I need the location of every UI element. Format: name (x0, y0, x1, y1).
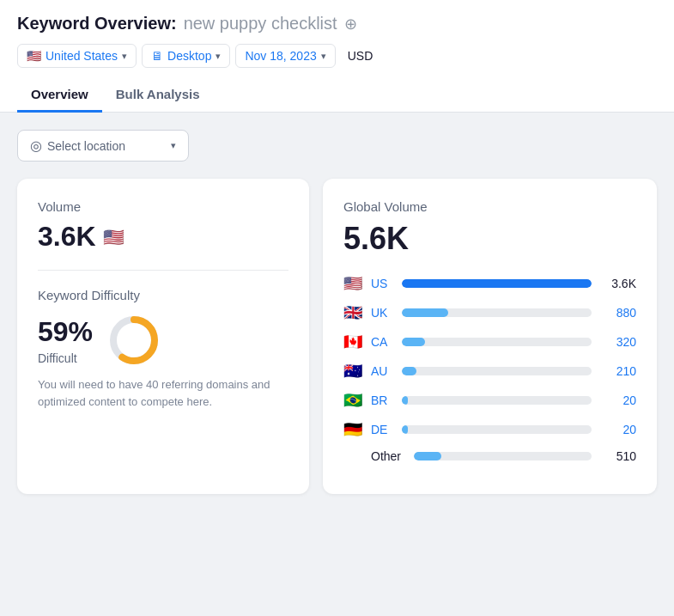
country-value: 510 (600, 449, 636, 463)
location-select-label: Select location (47, 139, 125, 153)
bar-fill (402, 279, 592, 288)
location-select-chevron-icon: ▾ (171, 140, 176, 151)
bar-track (402, 308, 592, 317)
country-rows: 🇺🇸 US 3.6K 🇬🇧 UK 880 🇨🇦 CA 320 🇦🇺 AU 210… (343, 274, 636, 463)
country-row: 🇬🇧 UK 880 (343, 303, 636, 322)
country-value: 210 (600, 364, 636, 378)
global-volume-value: 5.6K (343, 221, 636, 257)
difficulty-description: You will need to have 40 referring domai… (38, 376, 288, 410)
difficulty-donut-chart (106, 313, 161, 368)
country-row: 🇨🇦 CA 320 (343, 332, 636, 351)
location-filter-label: United States (46, 49, 118, 63)
difficulty-main-row: 59% Difficult (38, 313, 288, 368)
difficulty-label: Keyword Difficulty (38, 288, 288, 302)
date-filter-btn[interactable]: Nov 18, 2023 ▾ (235, 44, 335, 68)
device-filter-btn[interactable]: 🖥 Desktop ▾ (142, 44, 230, 68)
keyword-difficulty-section: Keyword Difficulty 59% Difficult You wil… (38, 288, 288, 410)
bar-fill (402, 367, 416, 375)
bar-fill (414, 452, 441, 460)
volume-value-row: 3.6K 🇺🇸 (38, 221, 288, 253)
device-filter-label: Desktop (167, 49, 211, 63)
country-row: 🇩🇪 DE 20 (343, 420, 636, 439)
country-row: Other 510 (343, 449, 636, 463)
country-row: 🇦🇺 AU 210 (343, 362, 636, 381)
bar-track (414, 452, 592, 460)
card-divider (38, 270, 288, 271)
page-title-label: Keyword Overview: (17, 14, 177, 34)
location-flag-icon: 🇺🇸 (27, 49, 41, 63)
country-value: 3.6K (600, 277, 636, 290)
bar-fill (402, 308, 448, 317)
cards-row: Volume 3.6K 🇺🇸 Keyword Difficulty 59% Di… (17, 179, 657, 494)
country-code: Other (371, 449, 405, 463)
bar-track (402, 279, 592, 288)
country-flag-icon: 🇩🇪 (343, 420, 362, 439)
tabs-row: Overview Bulk Analysis (17, 78, 657, 112)
country-code: BR (371, 393, 393, 407)
device-chevron-icon: ▾ (216, 51, 221, 62)
difficulty-tag: Difficult (38, 351, 93, 365)
date-filter-label: Nov 18, 2023 (245, 49, 316, 63)
bar-track (402, 338, 592, 346)
location-chevron-icon: ▾ (122, 51, 127, 62)
country-code: DE (371, 423, 393, 436)
country-flag-icon: 🇦🇺 (343, 362, 362, 381)
country-row: 🇧🇷 BR 20 (343, 391, 636, 410)
title-row: Keyword Overview: new puppy checklist ⊕ (17, 14, 657, 34)
country-flag-icon: 🇬🇧 (343, 303, 362, 322)
bar-fill (402, 396, 408, 405)
country-code: UK (371, 306, 393, 320)
add-keyword-icon[interactable]: ⊕ (344, 15, 357, 34)
country-code: US (371, 277, 393, 290)
location-select-btn[interactable]: ◎ Select location ▾ (17, 130, 189, 162)
volume-label: Volume (38, 199, 288, 214)
bar-track (402, 396, 592, 405)
global-volume-label: Global Volume (343, 199, 636, 214)
tab-overview[interactable]: Overview (17, 78, 102, 113)
difficulty-percent-block: 59% Difficult (38, 316, 93, 365)
currency-label: USD (341, 49, 380, 63)
date-chevron-icon: ▾ (321, 51, 326, 62)
tab-bulk-analysis[interactable]: Bulk Analysis (102, 78, 214, 113)
country-code: CA (371, 335, 393, 349)
country-flag-icon: 🇨🇦 (343, 332, 362, 351)
volume-flag-icon: 🇺🇸 (103, 227, 124, 247)
country-code: AU (371, 364, 393, 378)
device-icon: 🖥 (151, 49, 163, 63)
country-flag-icon: 🇧🇷 (343, 391, 362, 410)
volume-number: 3.6K (38, 221, 96, 253)
bar-track (402, 367, 592, 375)
content-area: ◎ Select location ▾ Volume 3.6K 🇺🇸 Keywo… (0, 113, 674, 511)
global-volume-card: Global Volume 5.6K 🇺🇸 US 3.6K 🇬🇧 UK 880 … (323, 179, 657, 494)
country-row: 🇺🇸 US 3.6K (343, 274, 636, 293)
country-value: 320 (600, 335, 636, 349)
bar-fill (402, 338, 425, 346)
bar-fill (402, 425, 408, 434)
location-pin-icon: ◎ (30, 137, 42, 154)
country-value: 880 (600, 306, 636, 320)
header: Keyword Overview: new puppy checklist ⊕ … (0, 0, 674, 113)
difficulty-percent: 59% (38, 316, 93, 348)
country-value: 20 (600, 393, 636, 407)
volume-difficulty-card: Volume 3.6K 🇺🇸 Keyword Difficulty 59% Di… (17, 179, 309, 494)
bar-track (402, 425, 592, 434)
country-flag-icon: 🇺🇸 (343, 274, 362, 293)
filters-row: 🇺🇸 United States ▾ 🖥 Desktop ▾ Nov 18, 2… (17, 44, 657, 68)
page-title-query: new puppy checklist (184, 14, 337, 34)
location-filter-btn[interactable]: 🇺🇸 United States ▾ (17, 44, 137, 68)
country-value: 20 (600, 423, 636, 436)
